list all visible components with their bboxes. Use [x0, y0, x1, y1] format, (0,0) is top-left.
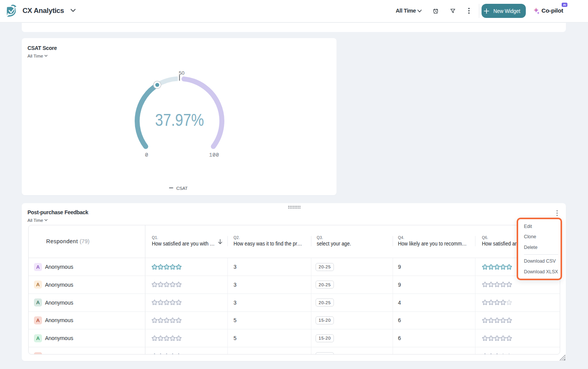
svg-text:37.97%: 37.97%	[155, 111, 204, 129]
svg-text:100: 100	[209, 152, 219, 158]
svg-text:50: 50	[179, 70, 184, 76]
svg-text:0: 0	[145, 152, 148, 158]
svg-text:CSAT: CSAT	[176, 186, 188, 191]
